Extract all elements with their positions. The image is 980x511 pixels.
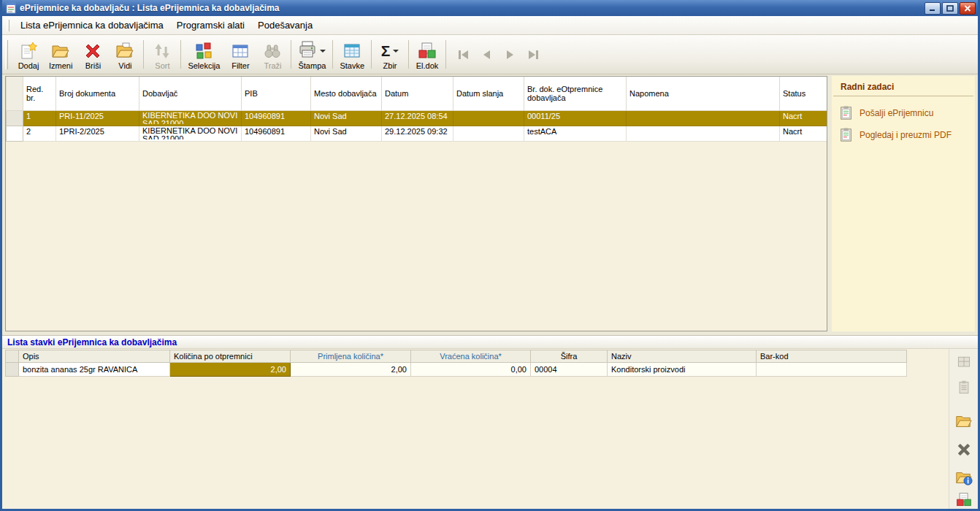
x-icon <box>956 442 972 458</box>
column-header-red-br[interactable]: Red. br. <box>23 77 56 110</box>
clipboard-gray-icon <box>956 380 972 396</box>
grid-cell: 2 <box>23 126 56 141</box>
menu-item-podesavanja[interactable]: Podešavanja <box>251 18 319 33</box>
grid-cell: Novi Sad <box>311 126 382 141</box>
grid-cell: KIBERNETIKA DOO NOVI SAD 21000 <box>139 110 242 126</box>
items-tool-strip <box>949 349 978 509</box>
grid-cell[interactable]: 2,00 <box>291 363 411 377</box>
column-header-br-dok-eotpremnice[interactable]: Br. dok. eOtpremnice dobavljača <box>524 77 627 110</box>
toolbar-button-selekcija[interactable]: Selekcija <box>183 36 224 73</box>
close-button[interactable] <box>960 2 976 15</box>
toolbar-label: Sort <box>155 62 169 70</box>
nav-last-button[interactable] <box>523 45 543 65</box>
task-item-pogledaj-preuzmi-pdf[interactable]: Pogledaj i preuzmi PDF <box>832 124 975 146</box>
print-dropdown-arrow[interactable] <box>320 50 326 53</box>
table-row[interactable]: 2 1PRI-2/2025 KIBERNETIKA DOO NOVI SAD 2… <box>7 126 827 141</box>
search-binoculars-icon <box>263 41 282 61</box>
column-header-pib[interactable]: PIB <box>242 77 311 110</box>
grid-cell-selected[interactable]: 2,00 <box>170 363 291 377</box>
table-row[interactable]: 1 PRI-11/2025 KIBERNETIKA DOO NOVI SAD 2… <box>7 110 827 126</box>
toolbar-button-trazi: Traži <box>256 36 288 73</box>
toolbar-button-dodaj[interactable]: Dodaj <box>12 36 45 73</box>
toolbar-button-izmeni[interactable]: Izmeni <box>45 36 77 73</box>
toolbar-button-sort: Sort <box>146 36 178 73</box>
toolbar-label: Briši <box>85 62 101 70</box>
grid-cell: 104960891 <box>242 126 311 141</box>
toolbar-label: Vidi <box>118 62 131 70</box>
grid-cell: testACA <box>524 126 627 141</box>
toolbar-label: Stavke <box>340 62 364 70</box>
electronic-document-icon <box>956 492 972 508</box>
toolbar-button-eldok[interactable]: El.dok <box>411 36 443 73</box>
row-selector-header <box>6 350 19 363</box>
toolbar-label: Zbir <box>383 62 397 70</box>
toolbar-label: El.dok <box>416 62 439 70</box>
column-header-kolicina-po-otpremnici[interactable]: Količina po otpremnici <box>170 350 291 363</box>
toolbar-button-stavke[interactable]: Stavke <box>335 36 369 73</box>
toolbar: Dodaj Izmeni Briši <box>2 35 978 74</box>
toolbar-button-filter[interactable]: Filter <box>224 36 256 73</box>
view-folder-icon <box>115 41 134 61</box>
paste-item-button <box>954 379 974 397</box>
menu-item-lista-eprijemnica[interactable]: Lista ePrijemnica ka dobavljačima <box>14 18 170 33</box>
toolbar-separator <box>445 40 446 69</box>
record-navigation <box>453 36 543 73</box>
column-header-broj-dokumenta[interactable]: Broj dokumenta <box>56 77 139 110</box>
grid-cell <box>627 126 780 141</box>
row-selector-header <box>7 77 23 110</box>
items-table: Opis Količina po otpremnici Primljena ko… <box>5 350 907 377</box>
toolbar-button-vidi[interactable]: Vidi <box>109 36 141 73</box>
row-selector[interactable] <box>7 110 23 126</box>
main-area: Red. br. Broj dokumenta Dobavljač PIB Me… <box>2 74 978 333</box>
open-folder-icon <box>955 412 973 430</box>
column-header-mesto[interactable]: Mesto dobavljača <box>311 77 382 110</box>
grid-cell: 104960891 <box>242 110 311 126</box>
maximize-button[interactable] <box>942 2 958 15</box>
column-header-naziv[interactable]: Naziv <box>608 350 757 363</box>
tasks-panel: Radni zadaci Pošalji ePrijemnicu <box>832 76 975 331</box>
nav-previous-button[interactable] <box>476 45 497 65</box>
grid-cell <box>627 110 780 126</box>
minimize-button[interactable] <box>925 2 941 15</box>
column-header-datum[interactable]: Datum <box>382 77 453 110</box>
sort-icon <box>153 41 172 61</box>
electronic-document-small-button[interactable] <box>954 491 974 510</box>
electronic-document-icon <box>418 41 437 61</box>
open-item-button[interactable] <box>954 412 974 431</box>
row-selector[interactable] <box>6 363 19 377</box>
menu-item-programski-alati[interactable]: Programski alati <box>170 18 251 33</box>
toolbar-button-brisi[interactable]: Briši <box>77 36 109 73</box>
toolbar-label: Izmeni <box>49 62 72 70</box>
folder-info-button[interactable] <box>954 469 974 487</box>
filter-table-icon <box>231 41 250 61</box>
toolbar-button-stampa[interactable]: Štampa <box>294 36 330 73</box>
table-row[interactable]: bonzita ananas 25gr RAVANICA 2,00 2,00 0… <box>6 363 907 377</box>
row-selector[interactable] <box>7 126 23 141</box>
column-header-dobavljac[interactable]: Dobavljač <box>139 77 242 110</box>
print-icon <box>298 40 317 62</box>
delete-icon <box>83 41 102 61</box>
sum-dropdown-arrow[interactable] <box>393 50 399 53</box>
column-header-opis[interactable]: Opis <box>19 350 170 363</box>
toolbar-label: Traži <box>264 62 281 70</box>
column-header-primljena-kolicina[interactable]: Primljena količina* <box>291 350 411 363</box>
grid-cell[interactable]: 0,00 <box>411 363 531 377</box>
nav-first-button[interactable] <box>453 45 473 65</box>
column-header-datum-slanja[interactable]: Datum slanja <box>453 77 524 110</box>
grid-cell: Novi Sad <box>311 110 382 126</box>
toolbar-separator <box>332 40 333 69</box>
remove-item-button[interactable] <box>954 441 974 459</box>
grid-cell <box>453 126 524 141</box>
grid-cell: PRI-11/2025 <box>56 110 139 126</box>
task-item-posalji-eprijemnicu[interactable]: Pošalji ePrijemnicu <box>832 102 975 124</box>
column-header-napomena[interactable]: Napomena <box>627 77 780 110</box>
toolbar-label: Dodaj <box>18 62 39 70</box>
column-header-status[interactable]: Status <box>780 77 827 110</box>
column-header-barkod[interactable]: Bar-kod <box>757 350 907 363</box>
selection-icon <box>194 41 213 61</box>
grid-gray-icon <box>956 354 972 370</box>
column-header-sifra[interactable]: Šifra <box>531 350 608 363</box>
nav-next-button[interactable] <box>499 45 520 65</box>
toolbar-button-zbir[interactable]: Σ Zbir <box>374 36 406 73</box>
column-header-vracena-kolicina[interactable]: Vraćena količina* <box>411 350 531 363</box>
